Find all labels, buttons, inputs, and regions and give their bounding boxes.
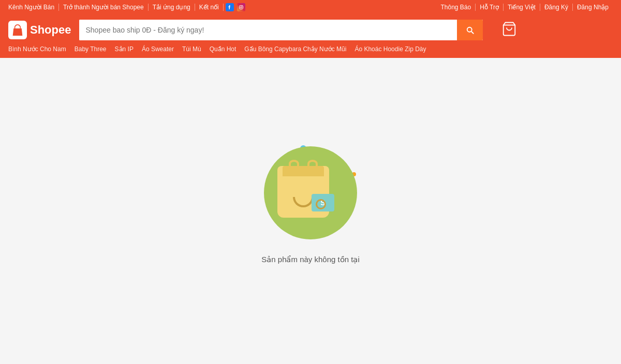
search-icon	[465, 25, 475, 35]
bag-smile	[293, 197, 314, 207]
nav-links: Bình Nước Cho Nam Baby Three Sản IP Áo S…	[0, 44, 621, 58]
kenh-nguoi-ban-link[interactable]: Kênh Người Bán	[8, 4, 59, 11]
shopee-logo[interactable]: Shopee	[8, 21, 71, 39]
empty-message: Sản phẩm này không tồn tại	[261, 255, 359, 264]
bag-handle-left	[289, 160, 299, 168]
nav-binh-nuoc[interactable]: Bình Nước Cho Nam	[8, 44, 70, 54]
nav-baby-three[interactable]: Baby Three	[70, 44, 111, 54]
svg-point-1	[240, 7, 242, 8]
social-icons	[226, 3, 245, 11]
empty-state: Sản phẩm này không tồn tại	[259, 141, 362, 264]
logo-text: Shopee	[30, 23, 71, 37]
header: Shopee	[0, 14, 621, 44]
nav-gau-bong[interactable]: Gấu Bông Capybara Chảy Nước Mũi	[240, 44, 350, 54]
tro-thanh-nguoi-ban-link[interactable]: Trở thành Người bán Shopee	[59, 4, 149, 11]
search-input[interactable]	[79, 20, 457, 40]
top-bar-right: Thông Báo Hỗ Trợ Tiếng Việt Đăng Ký Đăng…	[441, 4, 613, 11]
tai-ung-dung-link[interactable]: Tải ứng dụng	[149, 4, 195, 11]
tag-ring	[316, 199, 326, 209]
nav-quan-hot[interactable]: Quần Hot	[205, 44, 241, 54]
top-bar: Kênh Người Bán Trở thành Người bán Shope…	[0, 0, 621, 14]
top-bar-left: Kênh Người Bán Trở thành Người bán Shope…	[8, 3, 245, 11]
empty-illustration	[259, 141, 362, 245]
logo-icon	[8, 21, 27, 39]
nav-san-ip[interactable]: Sản IP	[111, 44, 138, 54]
cart-icon[interactable]	[501, 21, 517, 39]
facebook-icon[interactable]	[226, 3, 234, 11]
ho-tro-link[interactable]: Hỗ Trợ	[475, 4, 503, 11]
nav-ao-sweater[interactable]: Áo Sweater	[138, 44, 178, 54]
ket-noi-label: Kết nối	[195, 4, 224, 11]
cart-svg	[501, 21, 517, 37]
nav-ao-khoac[interactable]: Áo Khoác Hoodie Zip Dày	[350, 44, 430, 54]
search-button[interactable]	[457, 20, 483, 40]
shopping-bag	[277, 156, 334, 223]
svg-point-2	[242, 6, 242, 6]
svg-point-4	[16, 31, 19, 34]
language-selector[interactable]: Tiếng Việt	[503, 4, 540, 11]
dang-ky-link[interactable]: Đăng Ký	[540, 4, 572, 11]
dang-nhap-link[interactable]: Đăng Nhập	[572, 4, 613, 11]
nav-tui-mu[interactable]: Túi Mù	[178, 44, 205, 54]
main-content: Sản phẩm này không tồn tại	[0, 58, 621, 347]
instagram-icon[interactable]	[237, 3, 245, 11]
search-bar	[79, 20, 483, 40]
bag-body	[277, 166, 329, 218]
thong-bao-link[interactable]: Thông Báo	[441, 4, 476, 11]
bag-handle-right	[307, 160, 318, 168]
